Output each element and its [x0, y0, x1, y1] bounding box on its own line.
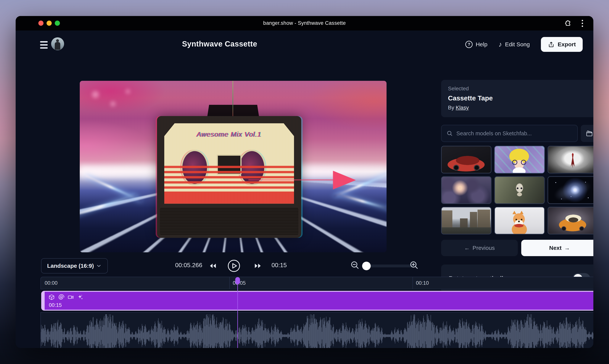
model-grid [441, 146, 593, 234]
export-button[interactable]: Export [541, 37, 583, 52]
fast-forward-button[interactable] [251, 259, 264, 272]
aspect-ratio-select[interactable]: Landscape (16:9) [41, 258, 108, 273]
zoom-out-button[interactable] [350, 260, 360, 270]
cube-3d-icon [48, 294, 55, 300]
window-title: banger.show - Synthwave Cassette [16, 20, 593, 26]
selected-model-name: Cassette Tape [448, 94, 591, 102]
help-button[interactable]: Help [465, 41, 487, 48]
author-link[interactable]: Klasy [456, 105, 469, 111]
search-icon [446, 130, 453, 137]
current-time: 00:05.266 [175, 262, 202, 269]
playhead-line [237, 278, 238, 348]
previous-page-button[interactable]: ← Previous [441, 240, 518, 256]
next-page-button[interactable]: Next → [521, 240, 593, 256]
model-thumbnail[interactable] [494, 207, 545, 234]
export-icon [548, 41, 555, 48]
film-grain-overlay [80, 81, 387, 252]
fast-forward-icon [253, 261, 262, 270]
timeline-ruler[interactable]: 00:00 00:05 00:10 [41, 277, 593, 289]
model-thumbnail[interactable] [441, 207, 491, 234]
play-button[interactable] [227, 259, 240, 272]
titlebar: banger.show - Synthwave Cassette [16, 16, 593, 30]
help-icon [465, 41, 472, 48]
app-window: banger.show - Synthwave Cassette Synthwa… [16, 16, 593, 348]
rewind-button[interactable] [207, 259, 219, 272]
clapperboard-button[interactable] [581, 125, 593, 142]
model-thumbnail[interactable] [548, 146, 593, 173]
model-thumbnail[interactable] [548, 176, 593, 204]
clip-duration: 00:15 [49, 302, 62, 308]
ruler-mark: 00:10 [416, 280, 429, 286]
extensions-icon[interactable] [564, 19, 572, 27]
music-note-icon [498, 41, 502, 48]
video-preview-viewport[interactable]: Awesome Mix Vol.1 [80, 81, 387, 252]
menu-icon[interactable] [40, 41, 48, 49]
playhead-handle[interactable] [235, 277, 240, 284]
clapperboard-icon [585, 130, 593, 137]
selected-model-card: Selected Cassette Tape By Klasy [441, 80, 593, 117]
model-thumbnail[interactable] [548, 207, 593, 234]
timeline: 00:00 00:05 00:10 [41, 277, 593, 348]
total-duration: 00:15 [272, 262, 287, 269]
model-thumbnail[interactable] [441, 176, 491, 204]
waveform-canvas [41, 313, 593, 348]
video-clip[interactable]: 00:15 [41, 291, 593, 311]
transport-controls: Landscape (16:9) 00:05.266 00:15 [16, 258, 441, 273]
arrow-left-icon: ← [464, 245, 470, 251]
play-icon [227, 259, 240, 273]
selected-label: Selected [448, 86, 591, 92]
chevron-down-icon [96, 263, 102, 269]
search-input[interactable] [456, 130, 572, 137]
browser-menu-icon[interactable] [581, 19, 584, 28]
model-thumbnail[interactable] [441, 146, 491, 173]
spiral-icon [58, 294, 64, 300]
timeline-zoom-slider[interactable] [363, 264, 413, 267]
page-title: Synthwave Cassette [182, 40, 257, 48]
zoom-in-button[interactable] [409, 260, 419, 270]
desktop-wallpaper: banger.show - Synthwave Cassette Synthwa… [0, 0, 609, 364]
sparkles-icon [77, 294, 83, 300]
audio-waveform[interactable] [41, 312, 593, 348]
model-thumbnail[interactable] [494, 176, 545, 204]
model-sidebar: Selected Cassette Tape By Klasy [441, 80, 593, 293]
zoom-slider-knob[interactable] [362, 262, 371, 270]
edit-song-button[interactable]: Edit Song [498, 41, 530, 48]
model-search-field[interactable] [441, 125, 578, 142]
arrow-right-icon: → [564, 245, 570, 251]
zoom-in-icon [409, 260, 419, 270]
ruler-mark: 00:00 [45, 280, 58, 286]
avatar[interactable] [51, 37, 64, 50]
zoom-out-icon [350, 260, 360, 270]
video-camera-icon [68, 294, 74, 300]
app-header: Synthwave Cassette Help Edit Song Export [16, 30, 593, 60]
model-thumbnail[interactable] [494, 146, 545, 173]
rewind-icon [208, 261, 217, 270]
model-byline: By Klasy [448, 105, 591, 111]
